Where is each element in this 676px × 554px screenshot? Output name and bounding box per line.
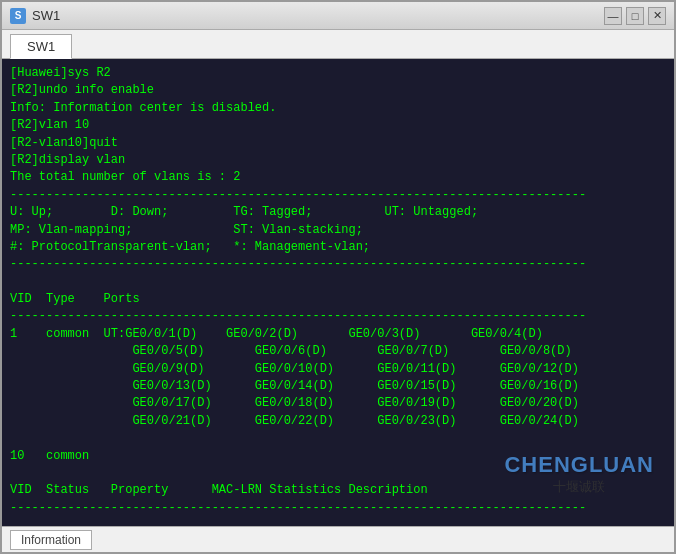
window-controls: — □ ✕ [604, 7, 666, 25]
app-icon: S [10, 8, 26, 24]
title-bar-left: S SW1 [10, 8, 60, 24]
information-tab[interactable]: Information [10, 530, 92, 550]
terminal-output[interactable]: [Huawei]sys R2 [R2]undo info enable Info… [2, 59, 674, 526]
close-button[interactable]: ✕ [648, 7, 666, 25]
maximize-button[interactable]: □ [626, 7, 644, 25]
bottom-bar: Information [2, 526, 674, 552]
title-bar: S SW1 — □ ✕ [2, 2, 674, 30]
tab-bar: SW1 [2, 30, 674, 59]
content-area: [Huawei]sys R2 [R2]undo info enable Info… [2, 59, 674, 526]
tab-sw1[interactable]: SW1 [10, 34, 72, 59]
main-window: S SW1 — □ ✕ SW1 [Huawei]sys R2 [R2]undo … [0, 0, 676, 554]
window-title: SW1 [32, 8, 60, 23]
minimize-button[interactable]: — [604, 7, 622, 25]
